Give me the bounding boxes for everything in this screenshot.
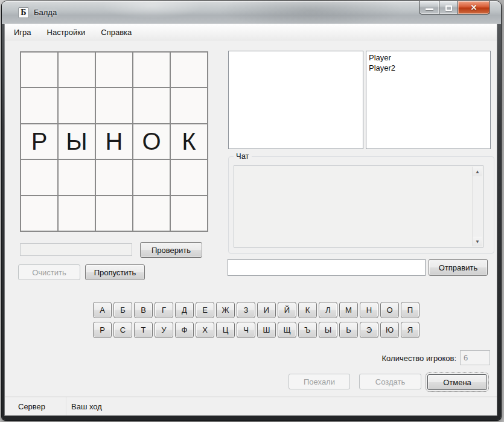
letter-key-Щ[interactable]: Щ	[278, 322, 296, 338]
menu-item-help[interactable]: Справка	[94, 25, 138, 40]
keyboard-row-2: РСТУФХЦЧШЩЪЫЬЭЮЯ	[93, 322, 419, 338]
board-cell-0-2[interactable]	[96, 53, 132, 87]
letter-key-Ж[interactable]: Ж	[216, 302, 235, 318]
letter-key-Ъ[interactable]: Ъ	[298, 322, 317, 338]
players-count-input	[460, 350, 490, 365]
letter-key-Ы[interactable]: Ы	[319, 322, 337, 338]
player-list-item[interactable]: Player	[369, 53, 488, 63]
board-cell-2-1[interactable]: Ы	[59, 124, 95, 159]
letter-key-Г[interactable]: Г	[155, 302, 173, 318]
chat-group-label: Чат	[234, 152, 252, 161]
letter-key-Ю[interactable]: Ю	[380, 322, 399, 338]
status-server: Сервер	[5, 397, 66, 415]
titlebar[interactable]: Б Балда ✕	[2, 1, 501, 24]
board-cell-0-3[interactable]	[133, 53, 170, 87]
letter-key-З[interactable]: З	[237, 302, 255, 318]
player-list-item[interactable]: Player2	[369, 63, 488, 73]
letter-key-Т[interactable]: Т	[134, 322, 153, 338]
board-cell-0-4[interactable]	[171, 53, 207, 87]
board-cell-4-2[interactable]	[96, 196, 132, 231]
scroll-down-icon[interactable]: ▼	[473, 237, 482, 246]
board-cell-1-4[interactable]	[171, 88, 207, 123]
letter-key-С[interactable]: С	[113, 322, 132, 338]
app-window: Б Балда ✕ Игра Настройки Справка РЫНОК П…	[2, 1, 501, 420]
players-count-label: Количество игроков:	[382, 354, 456, 363]
letter-key-Ь[interactable]: Ь	[339, 322, 358, 338]
desktop: { "window": { "icon_letter": "Б", "title…	[0, 0, 504, 422]
letter-key-Д[interactable]: Д	[175, 302, 194, 318]
close-button[interactable]: ✕	[458, 1, 490, 14]
check-word-button[interactable]: Проверить	[140, 242, 202, 258]
letter-key-О[interactable]: О	[380, 302, 399, 318]
board-cell-2-4[interactable]: К	[171, 124, 207, 159]
board-cell-2-3[interactable]: О	[133, 124, 170, 159]
cancel-button[interactable]: Отмена	[427, 374, 487, 390]
letter-key-М[interactable]: М	[339, 302, 358, 318]
skip-turn-button[interactable]: Пропустить	[85, 264, 145, 280]
letter-key-П[interactable]: П	[401, 302, 419, 318]
board-cell-3-2[interactable]	[96, 160, 132, 194]
board-cell-2-0[interactable]: Р	[21, 124, 57, 159]
letter-key-Е[interactable]: Е	[196, 302, 214, 318]
players-listbox[interactable]: PlayerPlayer2	[366, 51, 491, 149]
keyboard-row-1: АБВГДЕЖЗИЙКЛМНОП	[93, 302, 419, 318]
letter-key-Н[interactable]: Н	[360, 302, 378, 318]
letter-key-Б[interactable]: Б	[113, 302, 132, 318]
letter-key-К[interactable]: К	[298, 302, 317, 318]
menu-item-game[interactable]: Игра	[7, 25, 38, 40]
letter-key-Л[interactable]: Л	[319, 302, 337, 318]
letter-key-Ф[interactable]: Ф	[175, 322, 194, 338]
caption-buttons: ✕	[419, 1, 490, 14]
client-area: Игра Настройки Справка РЫНОК Проверить О…	[5, 24, 497, 415]
board-cell-2-2[interactable]: Н	[96, 124, 132, 159]
status-turn-text: Ваш ход	[71, 402, 102, 411]
maximize-button[interactable]	[439, 1, 458, 14]
create-button: Создать	[359, 374, 421, 389]
letter-key-Й[interactable]: Й	[278, 302, 296, 318]
words-listbox[interactable]	[228, 51, 363, 149]
letter-key-Ч[interactable]: Ч	[237, 322, 255, 338]
menubar: Игра Настройки Справка	[5, 24, 497, 40]
status-turn: Ваш ход	[66, 402, 497, 411]
chat-scrollbar[interactable]: ▲ ▼	[472, 167, 482, 246]
minimize-icon	[426, 8, 433, 10]
board-cell-4-0[interactable]	[21, 196, 57, 231]
letter-key-В[interactable]: В	[134, 302, 153, 318]
letter-key-Э[interactable]: Э	[360, 322, 378, 338]
board-cell-3-3[interactable]	[133, 160, 170, 194]
letter-key-Ш[interactable]: Ш	[257, 322, 276, 338]
board-cell-0-1[interactable]	[59, 53, 95, 87]
window-title: Балда	[34, 8, 57, 17]
statusbar: Сервер Ваш ход	[5, 397, 497, 415]
board-cell-1-1[interactable]	[59, 88, 95, 123]
close-icon: ✕	[471, 3, 477, 12]
board-cell-4-3[interactable]	[133, 196, 170, 231]
menu-item-settings[interactable]: Настройки	[40, 25, 92, 40]
minimize-button[interactable]	[419, 1, 439, 14]
word-input[interactable]	[20, 243, 132, 256]
letter-key-И[interactable]: И	[257, 302, 276, 318]
letter-key-Ц[interactable]: Ц	[216, 322, 235, 338]
board-cell-4-1[interactable]	[59, 196, 95, 231]
letter-key-Я[interactable]: Я	[401, 322, 419, 338]
board-cell-1-0[interactable]	[21, 88, 57, 123]
clear-button: Очистить	[18, 264, 80, 280]
board-cell-1-3[interactable]	[133, 88, 170, 123]
board-cell-4-4[interactable]	[171, 196, 207, 231]
letter-key-У[interactable]: У	[155, 322, 173, 338]
board-cell-3-4[interactable]	[171, 160, 207, 194]
board-cell-1-2[interactable]	[96, 88, 132, 123]
scroll-up-icon[interactable]: ▲	[473, 167, 482, 176]
chat-group: Чат ▲ ▼	[228, 156, 494, 254]
status-server-text: Сервер	[18, 402, 45, 411]
board-cell-3-1[interactable]	[59, 160, 95, 194]
board-cell-3-0[interactable]	[21, 160, 57, 194]
chat-input[interactable]	[228, 259, 426, 276]
board-cell-0-0[interactable]	[21, 53, 57, 87]
letter-key-А[interactable]: А	[93, 302, 112, 318]
game-board: РЫНОК	[20, 51, 208, 232]
letter-key-Р[interactable]: Р	[93, 322, 112, 338]
letter-key-Х[interactable]: Х	[196, 322, 214, 338]
chat-messages[interactable]: ▲ ▼	[234, 165, 483, 248]
send-chat-button[interactable]: Отправить	[429, 259, 488, 276]
